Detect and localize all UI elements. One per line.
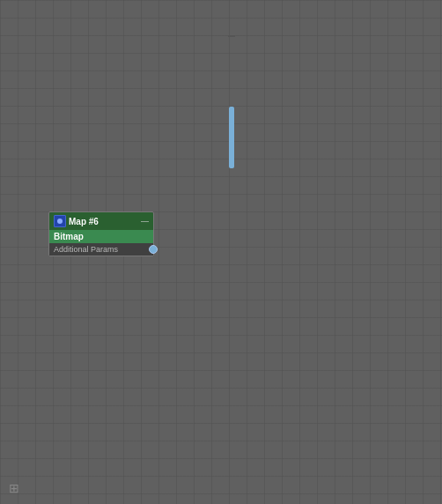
map-node: Map #6 — Bitmap Additional Params: [48, 211, 154, 256]
map-node-subtitle: Bitmap: [49, 230, 153, 243]
map-node-minimize-button[interactable]: —: [141, 217, 149, 226]
map-node-footer-label: Additional Params: [54, 245, 118, 254]
scrollbar-thumb[interactable]: [229, 107, 234, 168]
map-icon-inner: [57, 219, 63, 224]
corner-icon: ⊞: [9, 481, 19, 495]
map-node-header[interactable]: Map #6 —: [49, 212, 153, 230]
map-node-socket-right[interactable]: [149, 245, 158, 254]
map-node-icon: [54, 215, 66, 227]
map-node-footer[interactable]: Additional Params: [49, 243, 153, 256]
map-node-title: Map #6: [69, 217, 99, 226]
panel-scrollbar[interactable]: [228, 35, 235, 37]
map-node-left: Map #6: [54, 215, 99, 227]
